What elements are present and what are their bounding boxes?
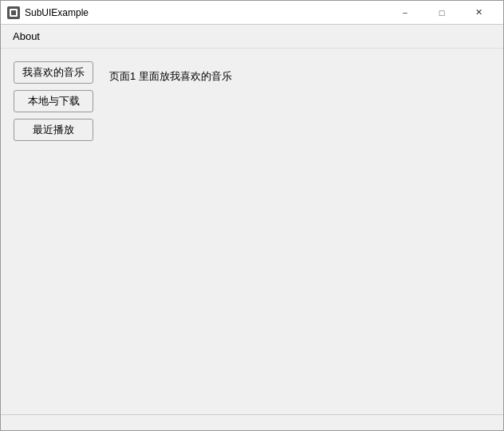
page-description: 页面1 里面放我喜欢的音乐	[109, 69, 232, 84]
main-content: 页面1 里面放我喜欢的音乐	[109, 61, 490, 402]
app-icon	[7, 6, 20, 19]
recent-play-button[interactable]: 最近播放	[14, 119, 93, 141]
title-bar: SubUIExample − □ ✕	[1, 1, 503, 25]
favorites-button[interactable]: 我喜欢的音乐	[14, 61, 93, 84]
minimize-button[interactable]: −	[387, 1, 423, 25]
title-bar-left: SubUIExample	[7, 6, 89, 19]
main-window: SubUIExample − □ ✕ About 我喜欢的音乐 本地与下载 最近…	[0, 0, 504, 431]
local-download-button[interactable]: 本地与下载	[14, 90, 93, 112]
content-area: 我喜欢的音乐 本地与下载 最近播放 页面1 里面放我喜欢的音乐	[1, 49, 503, 414]
window-title: SubUIExample	[25, 7, 89, 18]
title-bar-controls: − □ ✕	[387, 1, 497, 25]
menu-bar: About	[1, 25, 503, 49]
app-icon-inner	[10, 9, 18, 17]
about-menu-item[interactable]: About	[4, 26, 49, 46]
maximize-button[interactable]: □	[423, 1, 460, 25]
status-bar	[1, 414, 503, 430]
sidebar: 我喜欢的音乐 本地与下载 最近播放	[14, 61, 93, 402]
close-button[interactable]: ✕	[460, 1, 497, 25]
